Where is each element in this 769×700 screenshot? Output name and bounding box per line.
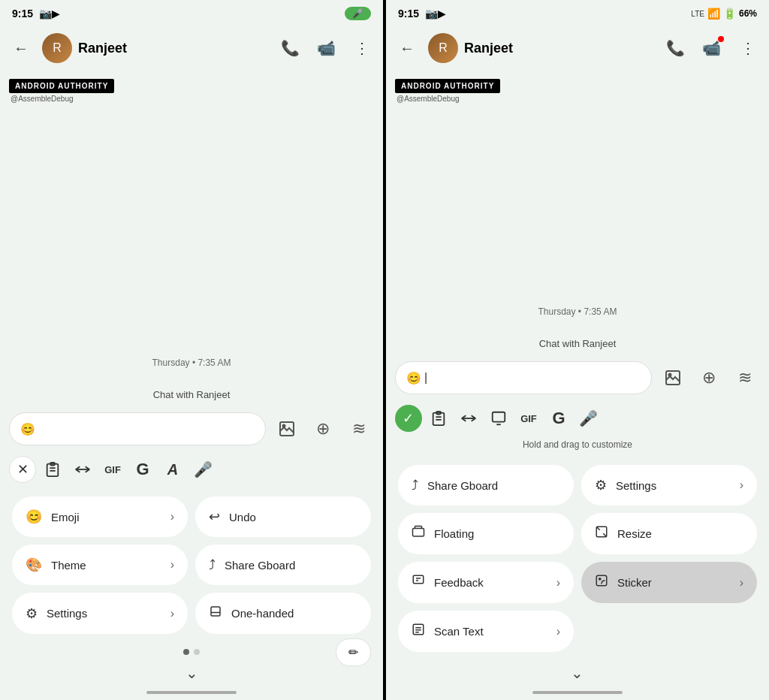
right-menu-settings[interactable]: ⚙ Settings › [581,465,757,505]
right-resize-label: Resize [617,527,652,540]
left-close-button[interactable]: ✕ [9,456,36,483]
right-floating-icon [412,525,425,542]
svg-rect-26 [412,529,424,537]
right-check-button[interactable]: ✓ [395,405,422,432]
left-menu-undo[interactable]: ↩ Undo [195,496,371,537]
left-emoji-label: Emoji [51,511,80,523]
left-menu-theme[interactable]: 🎨 Theme › [12,545,188,585]
right-menu-scantext[interactable]: Scan Text › [398,611,574,652]
right-menu-feedback[interactable]: Feedback › [398,562,574,603]
right-input-row: 😊 | ⊕ ≋ [386,355,769,400]
right-menu-floating[interactable]: Floating [398,513,574,554]
left-edit-fab[interactable]: ✏ [336,638,371,666]
right-brand-badge: ANDROID AUTHORITY [395,79,500,93]
right-floating-label: Floating [434,527,474,540]
right-home-bar [532,691,623,694]
left-call-button[interactable]: 📞 [275,33,305,63]
right-voice-button[interactable]: ≋ [730,363,760,393]
svg-rect-24 [493,412,505,422]
right-cursor: | [424,371,427,385]
left-input-field[interactable]: 😊 [9,412,266,445]
right-hold-drag-hint: Hold and drag to customize [386,436,769,456]
left-menu-emoji[interactable]: 😊 Emoji › [12,496,188,537]
right-cursor-button[interactable] [455,405,482,432]
left-theme-icon: 🎨 [26,557,42,573]
left-voice-button[interactable]: ≋ [344,414,374,444]
left-gif-button[interactable]: GIF [99,456,126,483]
right-menu-share[interactable]: ⤴ Share Gboard [398,465,574,505]
left-input-row: 😊 ⊕ ≋ [0,406,383,451]
left-settings-icon: ⚙ [26,605,38,622]
left-translate-button[interactable]: G [129,456,156,483]
right-clipboard-button[interactable] [425,405,452,432]
svg-rect-11 [211,607,220,616]
right-avatar: R [428,33,458,63]
left-edit-icon: ✏ [348,645,358,659]
left-share-label: Share Gboard [225,559,295,572]
left-video-button[interactable]: 📹 [311,33,341,63]
right-status-camera-icon: 📷 [425,8,438,20]
left-more-button[interactable]: ⋮ [347,33,377,63]
right-sticker-menu-icon [595,574,608,591]
left-theme-arrow: › [170,558,174,572]
left-toolbar-row: ✕ GIF G A 🎤 [0,451,383,487]
right-signal-icon: 📶 [707,8,720,20]
right-screen-button[interactable] [485,405,512,432]
right-call-button[interactable]: 📞 [661,33,691,63]
svg-rect-34 [596,575,607,586]
right-settings-icon: ⚙ [595,477,607,493]
right-share-label: Share Gboard [427,479,498,492]
right-scantext-arrow: › [556,625,560,638]
left-settings-label: Settings [47,607,87,620]
left-back-button[interactable]: ← [6,33,36,63]
left-status-play-icon: ▶ [52,8,60,20]
right-status-time: 9:15 [398,8,419,20]
right-more-button[interactable]: ⋮ [733,33,763,63]
right-gif-button[interactable]: GIF [515,405,542,432]
left-menu-settings[interactable]: ⚙ Settings › [12,593,188,634]
left-clipboard-button[interactable] [39,456,66,483]
right-timestamp: Thursday • 7:35 AM [395,300,760,323]
left-status-time: 9:15 [12,8,33,20]
right-input-field[interactable]: 😊 | [395,361,652,394]
right-menu-sticker[interactable]: Sticker › [581,562,757,603]
left-mic-toolbar-button[interactable]: 🎤 [189,456,216,483]
right-menu-grid: ⤴ Share Gboard ⚙ Settings › Floating Res… [386,456,769,661]
right-toolbar-row: ✓ GIF G 🎤 [386,400,769,436]
right-mic-toolbar-button[interactable]: 🎤 [575,405,602,432]
left-font-button[interactable]: A [159,456,186,483]
left-sticker-button[interactable] [272,414,302,444]
left-phone-panel: 9:15 📷 ▶ 🎤 ← R Ranjeet 📞 📹 ⋮ ANDROID AUT… [0,0,383,700]
right-resize-icon [595,525,608,542]
left-chevron-down[interactable]: ⌄ [0,661,383,685]
left-cursor-button[interactable] [69,456,96,483]
left-add-button[interactable]: ⊕ [308,414,338,444]
left-mic-icon: 🎤 [352,8,363,19]
right-chat-area: ANDROID AUTHORITY @AssembleDebug Thursda… [386,69,769,332]
left-menu-onehanded[interactable]: One-handed [195,593,371,634]
left-dot-2 [194,649,200,655]
right-back-button[interactable]: ← [392,33,422,63]
left-mic-pill: 🎤 [345,7,371,20]
left-share-icon: ⤴ [209,557,216,573]
right-sticker-arrow: › [740,576,743,590]
left-menu-share[interactable]: ⤴ Share Gboard [195,545,371,585]
left-undo-icon: ↩ [209,508,220,525]
svg-point-35 [599,578,601,580]
right-translate-button[interactable]: G [545,405,572,432]
right-chat-with: Chat with Ranjeet [386,332,769,355]
left-timestamp: Thursday • 7:35 AM [9,352,374,374]
right-contact-name: Ranjeet [464,41,655,56]
right-chevron-down[interactable]: ⌄ [386,661,769,685]
right-video-button[interactable]: 📹 [697,33,727,63]
right-status-play-icon: ▶ [438,8,446,20]
left-status-camera-icon: 📷 [39,8,52,20]
svg-rect-31 [413,575,424,584]
right-lte-icon: LTE [691,10,704,18]
left-onehanded-label: One-handed [231,607,294,620]
right-add-button[interactable]: ⊕ [694,363,724,393]
right-sticker-button[interactable] [658,363,688,393]
right-scantext-icon [412,623,425,640]
left-settings-arrow: › [170,607,174,620]
right-menu-resize[interactable]: Resize [581,513,757,554]
